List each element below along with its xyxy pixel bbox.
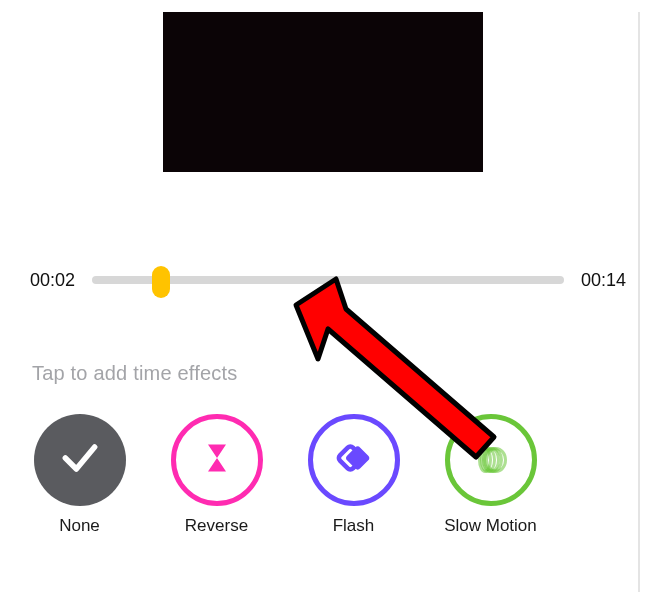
effects-row: None Reverse xyxy=(32,414,592,536)
flash-icon xyxy=(332,436,376,484)
timeline: 00:02 00:14 xyxy=(30,260,626,300)
time-current: 00:02 xyxy=(30,270,84,291)
effect-reverse[interactable]: Reverse xyxy=(169,414,264,536)
effect-reverse-circle xyxy=(171,414,263,506)
effect-flash-label: Flash xyxy=(333,516,375,536)
effect-none-circle xyxy=(34,414,126,506)
check-icon xyxy=(58,436,102,484)
time-total: 00:14 xyxy=(572,270,626,291)
effect-reverse-label: Reverse xyxy=(185,516,248,536)
hourglass-icon xyxy=(199,440,235,480)
slow-motion-icon xyxy=(469,438,513,482)
effect-slow-motion-circle xyxy=(445,414,537,506)
effect-slow-motion[interactable]: Slow Motion xyxy=(443,414,538,536)
effects-panel: 00:02 00:14 Tap to add time effects None xyxy=(18,12,640,592)
effect-slow-motion-label: Slow Motion xyxy=(444,516,537,536)
app-frame: 00:02 00:14 Tap to add time effects None xyxy=(0,0,660,604)
effect-flash[interactable]: Flash xyxy=(306,414,401,536)
timeline-thumb[interactable] xyxy=(152,266,170,298)
video-preview[interactable] xyxy=(163,12,483,172)
effects-hint: Tap to add time effects xyxy=(32,362,237,385)
effect-none[interactable]: None xyxy=(32,414,127,536)
effect-flash-circle xyxy=(308,414,400,506)
timeline-track[interactable] xyxy=(92,276,564,284)
effect-none-label: None xyxy=(59,516,100,536)
